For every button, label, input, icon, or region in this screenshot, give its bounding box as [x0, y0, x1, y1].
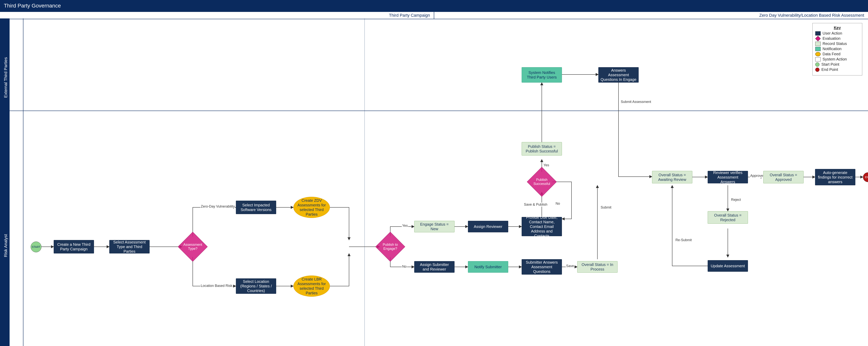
edge-label-reject: Reject [731, 198, 741, 202]
edge-label-submit: Submit [600, 205, 612, 209]
node-assign-submitter-and-reviewer: Assign Submitter and Reviewer [414, 261, 455, 273]
edge-label-publish-no: No [555, 202, 560, 206]
edge-label-submit-assessment: Submit Assessment [620, 100, 651, 104]
node-provide-due-date: Provide Due Date, Contact Name, Contact … [522, 217, 562, 236]
legend-label-evaluation: Evaluation [823, 36, 840, 41]
node-engage-status-new: Engage Status = New [414, 221, 455, 232]
legend-swatch-start-point [815, 62, 819, 67]
node-assign-reviewer: Assign Reviewer [468, 221, 508, 232]
legend-label-notification: Notification [823, 47, 841, 51]
node-notify-submitter: Notify Submitter [468, 261, 508, 273]
node-overall-status-approved: Overall Status = Approved [763, 171, 804, 183]
edge-label-resubmit: Re-Submit [675, 238, 692, 242]
decision-publish-to-engage: Publish to Engage? [380, 236, 401, 257]
edge-label-zdv: Zero-Day Vulnerability [200, 204, 235, 208]
legend-box: Key User Action Evaluation Record Status… [812, 23, 862, 76]
legend-swatch-data-feed [815, 52, 820, 56]
edge-label-approved: Approved [750, 174, 766, 178]
node-reviewer-verifies-answers: Reviewer verifies Assessment Answers [708, 171, 748, 183]
edge-label-publish-yes: Yes [543, 163, 550, 167]
node-auto-generate-findings: Auto-generate findings for incorrect ans… [815, 169, 855, 185]
edge-label-save-and-publish: Save & Publish [524, 203, 548, 207]
edge-label-no-publish: No [402, 265, 407, 269]
legend-swatch-system-action [815, 57, 820, 61]
start-point: START [31, 241, 41, 252]
node-answers-questions-in-engage: Answers Assessment Questions In Engage [598, 67, 639, 83]
node-submitter-answers-questions: Submitter Answers Assessment Questions [522, 259, 562, 275]
legend-swatch-evaluation [815, 36, 820, 41]
edge-label-save: Save [566, 264, 575, 268]
node-select-location: Select Location (Regions / States / Coun… [236, 279, 276, 294]
decision-assessment-type: Assessment Type? [182, 236, 203, 257]
legend-label-end-point: End Point [822, 67, 838, 72]
legend-label-data-feed: Data Feed [823, 52, 840, 56]
legend-label-system-action: System Action [823, 57, 847, 61]
legend-label-start-point: Start Point [822, 62, 839, 67]
node-create-campaign: Create a New Third Party Campaign [54, 240, 94, 254]
legend-label-record-status: Record Status [823, 41, 847, 46]
legend-label-user-action: User Action [823, 31, 842, 35]
edge-label-yes-publish: Yes [402, 224, 408, 228]
node-overall-status-rejected: Overall Status = Rejected [708, 211, 748, 224]
node-system-notifies-third-party: System Notifies Third Party Users [522, 67, 562, 83]
legend-swatch-record-status [815, 42, 820, 46]
node-overall-status-in-process: Overall Status = In Process [577, 261, 618, 273]
node-create-zdv-assessments: Create ZDV Assessments for selected Thir… [293, 197, 330, 218]
node-update-assessment: Update Assessment [708, 260, 748, 272]
decision-publish-successful: Publish Successful [531, 171, 552, 193]
node-create-lbr-assessments: Create LBR Assessments for selected Thir… [293, 276, 330, 297]
node-overall-status-awaiting-review: Overall Status = Awaiting Review [652, 171, 692, 183]
node-publish-status-successful: Publish Status = Publish Successful [522, 142, 562, 155]
node-select-impacted-software: Select Impacted Software Versions [236, 201, 276, 214]
legend-swatch-user-action [815, 31, 820, 35]
node-select-assessment-type-and-parties: Select Assessment Type and Third Parties [109, 240, 150, 254]
legend-swatch-end-point [815, 67, 819, 72]
legend-swatch-notification [815, 47, 820, 51]
swimlane-diagram: Third Party Governance Third Party Campa… [0, 0, 868, 346]
legend-title: Key [815, 26, 859, 30]
edge-label-lbr: Location Based Risk [200, 284, 232, 288]
